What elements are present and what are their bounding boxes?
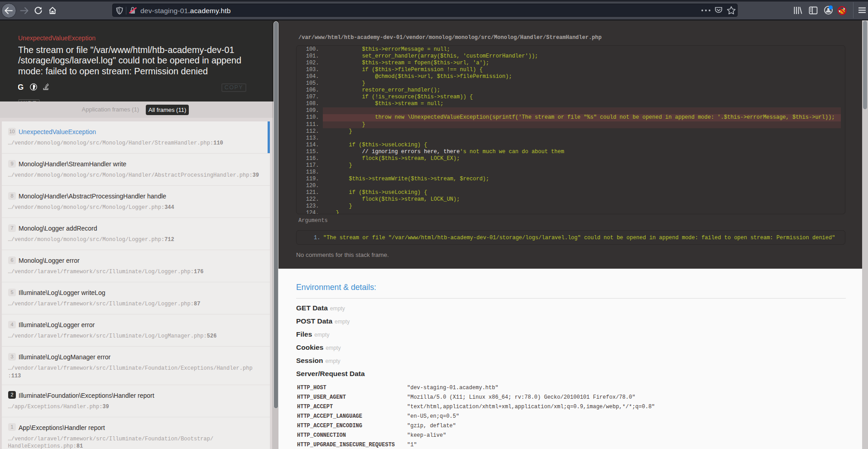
svg-text:G: G	[18, 83, 24, 90]
